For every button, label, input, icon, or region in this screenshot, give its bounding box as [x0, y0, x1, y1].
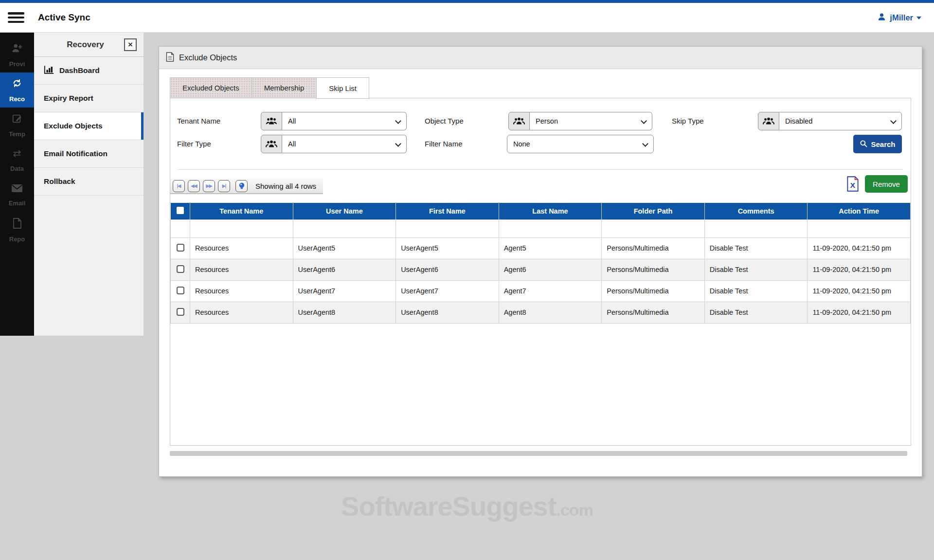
person-plus-icon — [11, 43, 23, 54]
rail-item-recovery[interactable]: Reco — [0, 72, 34, 108]
previous-page-button[interactable]: ◀◀ — [188, 180, 200, 192]
rail-label: Email — [9, 199, 26, 207]
menu-item-email-notification[interactable]: Email Notification — [34, 140, 144, 168]
row-checkbox[interactable] — [177, 244, 184, 252]
envelope-icon — [11, 184, 23, 193]
document-icon — [166, 52, 174, 64]
search-button[interactable]: Search — [853, 135, 902, 153]
column-header[interactable]: User Name — [293, 203, 396, 219]
first-page-button[interactable]: |◀ — [173, 180, 185, 192]
menu-item-rollback[interactable]: Rollback — [34, 168, 144, 196]
rail-item-email[interactable]: Email — [0, 178, 34, 213]
tab-skip-list[interactable]: Skip List — [316, 77, 369, 99]
filter-type-select[interactable]: All — [282, 135, 407, 153]
column-header[interactable]: Last Name — [499, 203, 602, 219]
rail-item-data-sync[interactable]: ⇄ Data — [0, 143, 34, 178]
menu-item-exclude-objects[interactable]: Exclude Objects — [34, 112, 144, 140]
next-page-button[interactable]: ▶▶ — [203, 180, 215, 192]
users-icon — [758, 112, 779, 130]
chevron-down-icon — [642, 141, 648, 147]
select-all-cell — [171, 203, 190, 219]
object-type-value: Person — [536, 117, 558, 125]
column-header[interactable]: Action Time — [808, 203, 911, 219]
filter-name-select[interactable]: None — [507, 135, 654, 153]
filter-name-label: Filter Name — [425, 135, 463, 153]
remove-button[interactable]: Remove — [865, 175, 908, 193]
chevron-down-icon — [641, 118, 647, 124]
column-header[interactable]: Tenant Name — [190, 203, 293, 219]
tenant-name-group: All — [261, 112, 407, 130]
user-name: jMiller — [890, 13, 913, 22]
filter-name-value: None — [513, 140, 530, 148]
tab-membership[interactable]: Membership — [251, 77, 317, 98]
row-checkbox[interactable] — [177, 265, 184, 273]
topbar: Active Sync jMiller — [0, 3, 934, 33]
skip-type-label: Skip Type — [672, 112, 704, 130]
comments-filter-input[interactable] — [705, 220, 808, 237]
pagination-bar: |◀ ◀◀ ▶▶ ▶| Showing all 4 rows — [170, 179, 323, 194]
watermark-text: SoftwareSuggest — [341, 491, 556, 522]
bar-chart-icon — [44, 65, 54, 76]
skip-type-value: Disabled — [785, 117, 812, 125]
row-checkbox[interactable] — [177, 287, 184, 294]
action-time-filter-input[interactable] — [808, 220, 910, 237]
table-row: Resources UserAgent6 UserAgent6 Agent6 P… — [171, 259, 911, 280]
panel-body: Excluded Objects Membership Skip List Te… — [159, 70, 922, 476]
menu-item-label: Expiry Report — [44, 94, 93, 103]
rail-label: Reco — [9, 95, 25, 103]
chevron-down-icon — [395, 141, 401, 147]
user-menu[interactable]: jMiller — [877, 12, 921, 23]
horizontal-scrollbar[interactable] — [170, 451, 907, 456]
rail-label: Temp — [9, 130, 25, 138]
first-name-filter-input[interactable] — [396, 220, 499, 237]
rail-item-template[interactable]: Temp — [0, 108, 34, 143]
tenant-name-value: All — [288, 117, 296, 125]
excel-export-icon[interactable]: X — [846, 176, 859, 192]
watermark-suffix: .com — [557, 501, 593, 519]
panel-titlebar: Exclude Objects — [159, 47, 922, 69]
tenant-name-filter-input[interactable] — [190, 220, 293, 237]
folder-path-filter-input[interactable] — [602, 220, 704, 237]
tenant-name-select[interactable]: All — [282, 112, 407, 130]
filter-type-label: Filter Type — [177, 135, 211, 153]
user-name-filter-input[interactable] — [293, 220, 396, 237]
flyout-header: Recovery × — [34, 33, 144, 57]
tenant-name-label: Tenant Name — [177, 112, 220, 130]
exclude-objects-panel: Exclude Objects Excluded Objects Members… — [159, 46, 922, 477]
repeat-arrows-icon: ⇄ — [13, 148, 21, 158]
last-page-button[interactable]: ▶| — [218, 180, 230, 192]
last-name-filter-input[interactable] — [499, 220, 602, 237]
column-header[interactable]: Folder Path — [602, 203, 705, 219]
app-title: Active Sync — [38, 12, 90, 23]
search-button-label: Search — [871, 140, 895, 148]
object-type-label: Object Type — [425, 112, 464, 130]
rail-item-reports[interactable]: Repo — [0, 213, 34, 248]
rail-item-provisioning[interactable]: Provi — [0, 37, 34, 72]
skip-list-tab-content: Tenant Name All Object Type Person — [170, 98, 911, 446]
menu-item-expiry-report[interactable]: Expiry Report — [34, 85, 144, 112]
show-all-bulb-button[interactable] — [235, 180, 248, 192]
object-type-select[interactable]: Person — [530, 112, 652, 130]
chevron-down-icon — [916, 17, 921, 19]
object-type-group: Person — [508, 112, 652, 130]
tab-excluded-objects[interactable]: Excluded Objects — [170, 77, 251, 98]
skip-type-group: Disabled — [758, 112, 902, 130]
menu-item-dashboard[interactable]: DashBoard — [34, 57, 144, 85]
table-actions: X Remove — [846, 175, 908, 193]
recovery-flyout-menu: Recovery × DashBoard Expiry Report Exclu… — [34, 33, 144, 336]
menu-icon[interactable] — [8, 12, 24, 23]
select-all-checkbox[interactable] — [177, 207, 184, 214]
table-row: Resources UserAgent8 UserAgent8 Agent8 P… — [171, 302, 911, 323]
filter-name-group: None — [507, 135, 654, 153]
column-header[interactable]: Comments — [704, 203, 808, 219]
chevron-down-icon — [395, 118, 401, 124]
close-icon[interactable]: × — [124, 38, 137, 51]
row-checkbox[interactable] — [177, 308, 184, 316]
column-filter-row — [171, 219, 911, 237]
skip-type-select[interactable]: Disabled — [779, 112, 902, 130]
tab-bar: Excluded Objects Membership Skip List — [170, 77, 911, 98]
column-header[interactable]: First Name — [396, 203, 499, 219]
users-icon — [261, 112, 282, 130]
rail-label: Repo — [9, 235, 25, 243]
watermark: SoftwareSuggest.com — [0, 490, 934, 522]
